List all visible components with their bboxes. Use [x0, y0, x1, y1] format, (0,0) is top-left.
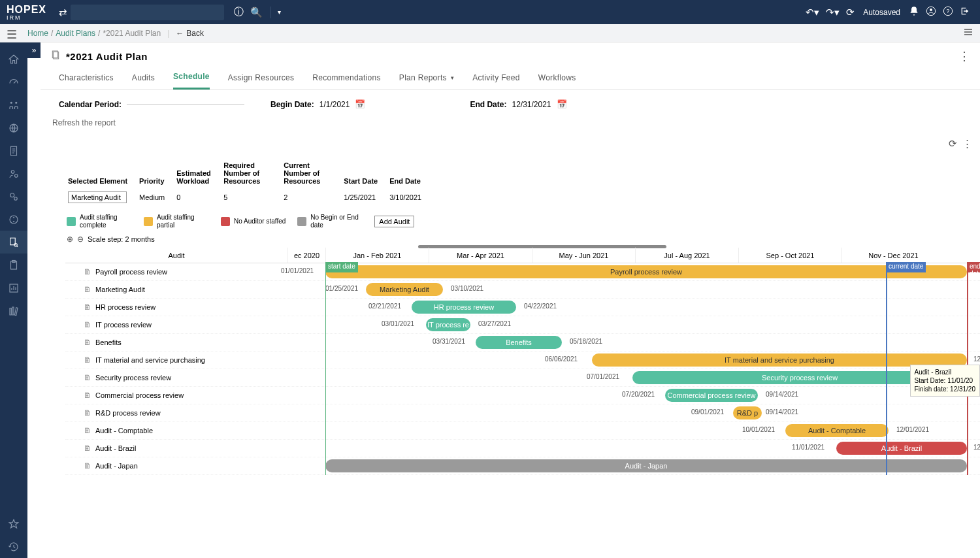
gantt-row-label[interactable]: 🗎Commercial process review [65, 391, 287, 400]
gantt-tooltip: Audit - Brazil Start Date: 11/01/20 Fini… [910, 365, 980, 397]
user-icon[interactable] [926, 6, 936, 18]
tab-workflows[interactable]: Workflows [538, 72, 576, 90]
bell-icon[interactable] [909, 6, 919, 18]
gantt-bar[interactable]: Benefits [476, 336, 562, 349]
gantt-row-label[interactable]: 🗎Benefits [65, 338, 287, 347]
gantt-row-label[interactable]: 🗎Audit - Comptable [65, 426, 287, 435]
gantt-bar[interactable]: Audit - Comptable [785, 424, 889, 437]
sidebar-cycle-icon[interactable] [0, 208, 27, 231]
gantt-row-label[interactable]: 🗎HR process review [65, 303, 287, 312]
sidebar-dashboard-icon[interactable] [0, 71, 27, 93]
doc-icon: 🗎 [84, 303, 91, 312]
gantt-bar[interactable]: Audit - Brazil [836, 442, 967, 455]
search-icon[interactable]: 🔍 [250, 7, 263, 18]
back-button[interactable]: ← Back [176, 29, 204, 38]
sidebar-library-icon[interactable] [0, 299, 27, 322]
gantt-row-label[interactable]: 🗎IT process review [65, 320, 287, 329]
doc-icon: 🗎 [84, 355, 91, 365]
sidebar-star-icon[interactable] [0, 512, 27, 535]
gantt-row-label[interactable]: 🗎Payroll process review [65, 267, 287, 276]
th-current: Current Number of Resources [284, 159, 342, 188]
gantt-bar[interactable]: IT process re [426, 318, 470, 331]
sidebar-doc-icon[interactable] [0, 139, 27, 162]
sidebar-chart-icon[interactable] [0, 276, 27, 299]
sidebar-home-icon[interactable] [0, 48, 27, 71]
breadcrumb-plans[interactable]: Audit Plans [56, 29, 95, 38]
gantt-bar[interactable]: R&D p [733, 406, 762, 419]
sidebar-gears-icon[interactable] [0, 185, 27, 208]
top-header: HOPEX IRM ⇄ ⓘ 🔍 ▾ ↶▾ ↷▾ ⟳ Autosaved ? [0, 0, 980, 24]
gantt-start-label: 09/01/2021 [691, 408, 724, 416]
refresh-report-link[interactable]: Refresh the report [41, 118, 980, 135]
breadcrumb-current: *2021 Audit Plan [103, 29, 161, 38]
gantt-row: 🗎Audit - Brazil11/01/2021Audit - Brazil1… [65, 440, 980, 457]
gantt-row-label[interactable]: 🗎Security process review [65, 373, 287, 382]
tab-assign-resources[interactable]: Assign Resources [228, 72, 295, 90]
sidebar-org-icon[interactable] [0, 93, 27, 116]
tab-activity-feed[interactable]: Activity Feed [472, 72, 520, 90]
gantt-row: 🗎Payroll process review01/01/2021Payroll… [65, 263, 980, 281]
svg-text:?: ? [947, 8, 950, 14]
info-icon[interactable]: ⓘ [234, 6, 244, 18]
zoom-out-icon[interactable]: ⊖ [77, 235, 84, 244]
gantt-row-label[interactable]: 🗎Audit - Brazil [65, 444, 287, 453]
breadcrumb-home[interactable]: Home [27, 29, 48, 38]
swap-icon[interactable]: ⇄ [59, 7, 67, 18]
gantt-end-label: 12/31 [973, 355, 980, 363]
gantt-start-label: 06/06/2021 [545, 355, 578, 363]
hamburger-icon[interactable]: ☰ [7, 27, 17, 42]
sidebar-globe-icon[interactable] [0, 116, 27, 139]
svg-point-10 [10, 193, 14, 197]
gantt-row: 🗎Commercial process review07/20/2021Comm… [65, 387, 980, 404]
tab-schedule[interactable]: Schedule [173, 72, 210, 90]
zoom-in-icon[interactable]: ⊕ [67, 235, 73, 244]
gantt-row-label[interactable]: 🗎R&D process review [65, 408, 287, 418]
refresh-icon[interactable]: ⟳ [846, 7, 855, 18]
tab-plan-reports[interactable]: Plan Reports▾ [399, 72, 454, 90]
calendar-icon[interactable]: 📅 [355, 99, 365, 109]
gantt-chart: Audit ec 2020 Jan - Feb 2021 Mar - Apr 2… [65, 248, 980, 475]
tab-recommendations[interactable]: Recommendations [312, 72, 381, 90]
gantt-row: 🗎IT process review03/01/2021IT process r… [65, 316, 980, 334]
gantt-row-label[interactable]: 🗎IT material and service purchasing [65, 355, 287, 365]
gantt-bar[interactable]: Payroll process review [325, 265, 967, 278]
sidebar-user-gear-icon[interactable] [0, 162, 27, 185]
search-input[interactable] [71, 5, 224, 20]
tab-characteristics[interactable]: Characteristics [59, 72, 114, 90]
sidebar-clipboard-icon[interactable] [0, 254, 27, 276]
help-icon[interactable]: ? [943, 6, 953, 18]
sidebar-collapse-button[interactable]: » [27, 42, 41, 58]
gantt-row-label[interactable]: 🗎Marketing Audit [65, 285, 287, 294]
refresh-chart-icon[interactable]: ⟳ [949, 138, 957, 150]
more-vertical-icon[interactable]: ⋮ [958, 49, 970, 63]
gantt-row-label[interactable]: 🗎Audit - Japan [65, 461, 287, 470]
sidebar-history-icon[interactable] [0, 535, 27, 558]
doc-icon: 🗎 [84, 338, 91, 347]
sidebar-search-doc-icon[interactable] [0, 231, 27, 254]
end-date-marker: end dat [967, 262, 980, 272]
gantt-end-label: 09/14/2021 [766, 391, 798, 398]
calendar-icon[interactable]: 📅 [557, 99, 567, 109]
undo-icon[interactable]: ↶▾ [806, 7, 819, 18]
gantt-bar[interactable]: Marketing Audit [366, 283, 443, 296]
page-title: *2021 Audit Plan [66, 51, 148, 62]
current-date-marker: current date [886, 262, 926, 272]
doc-icon: 🗎 [84, 408, 91, 418]
gantt-bar[interactable]: Audit - Japan [325, 459, 967, 472]
selected-element-input[interactable] [68, 191, 127, 203]
tab-audits[interactable]: Audits [132, 72, 155, 90]
list-view-icon[interactable] [963, 27, 973, 40]
exit-icon[interactable] [960, 6, 970, 18]
gantt-bar[interactable]: Commercial process review [665, 389, 758, 402]
redo-icon[interactable]: ↷▾ [826, 7, 840, 18]
gantt-bar[interactable]: HR process review [412, 301, 516, 314]
td-workload: 0 [176, 189, 222, 206]
gantt-start-label: 11/01/2021 [792, 444, 825, 451]
begin-date-value: 1/1/2021 [319, 100, 350, 109]
gantt-start-label: 07/01/2021 [587, 373, 619, 380]
tabs: Characteristics Audits Schedule Assign R… [41, 67, 980, 90]
add-audit-button[interactable]: Add Audit [374, 216, 414, 227]
chevron-down-icon[interactable]: ▾ [278, 8, 281, 16]
svg-point-9 [15, 174, 18, 177]
more-vertical-icon[interactable]: ⋮ [962, 138, 972, 150]
